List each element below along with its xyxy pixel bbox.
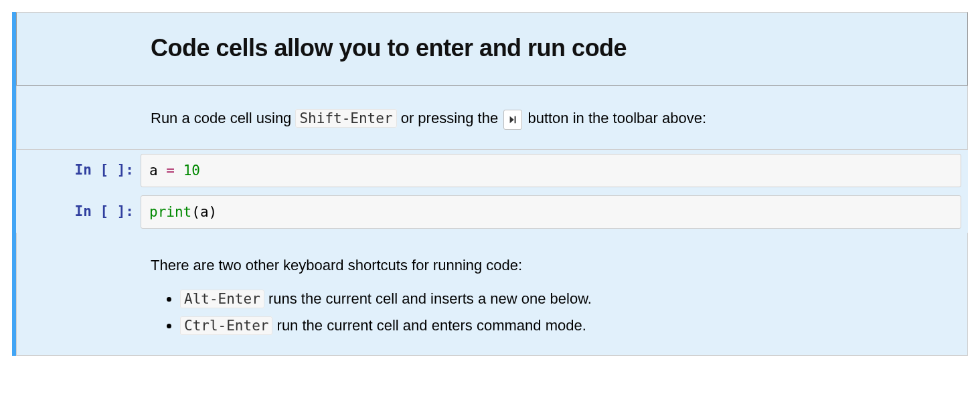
code-input-area[interactable]: print(a) bbox=[141, 195, 961, 229]
code-token-func: print bbox=[149, 204, 191, 220]
list-item: Ctrl-Enter run the current cell and ente… bbox=[180, 312, 954, 339]
list-item: Alt-Enter runs the current cell and inse… bbox=[180, 286, 954, 312]
shortcut-list: Alt-Enter runs the current cell and inse… bbox=[151, 286, 954, 339]
intro-text-pre: Run a code cell using bbox=[151, 110, 295, 126]
input-prompt: In [ ]: bbox=[16, 154, 141, 187]
kbd-alt-enter: Alt-Enter bbox=[180, 290, 264, 308]
kbd-shift-enter: Shift-Enter bbox=[295, 109, 396, 128]
intro-paragraph: Run a code cell using Shift-Enter or pre… bbox=[151, 108, 954, 129]
code-cell-1[interactable]: In [ ]: a = 10 bbox=[12, 150, 968, 191]
markdown-cell-title[interactable]: Code cells allow you to enter and run co… bbox=[12, 12, 968, 86]
code-token-var: a bbox=[149, 163, 158, 179]
input-prompt: In [ ]: bbox=[16, 195, 141, 229]
code-token-arg: a bbox=[200, 204, 209, 220]
shortcuts-intro: There are two other keyboard shortcuts f… bbox=[151, 255, 954, 276]
code-cell-2[interactable]: In [ ]: print(a) bbox=[12, 191, 968, 233]
code-token-op: = bbox=[166, 163, 175, 179]
code-token-num: 10 bbox=[183, 163, 200, 179]
run-button-icon bbox=[503, 110, 522, 130]
svg-rect-0 bbox=[515, 116, 516, 124]
shortcut-text: runs the current cell and inserts a new … bbox=[264, 290, 592, 307]
heading-title: Code cells allow you to enter and run co… bbox=[17, 13, 967, 85]
intro-text-mid: or pressing the bbox=[397, 110, 503, 126]
code-input-area[interactable]: a = 10 bbox=[141, 154, 961, 187]
markdown-cell-shortcuts[interactable]: There are two other keyboard shortcuts f… bbox=[12, 233, 968, 355]
code-token-paren: ( bbox=[191, 204, 200, 220]
kbd-ctrl-enter: Ctrl-Enter bbox=[180, 316, 272, 335]
step-forward-icon bbox=[508, 115, 517, 124]
code-token-paren: ) bbox=[209, 204, 218, 220]
shortcut-text: run the current cell and enters command … bbox=[272, 317, 586, 334]
intro-text-post: button in the toolbar above: bbox=[523, 110, 706, 126]
markdown-cell-intro[interactable]: Run a code cell using Shift-Enter or pre… bbox=[12, 86, 968, 150]
notebook: Code cells allow you to enter and run co… bbox=[0, 0, 980, 356]
